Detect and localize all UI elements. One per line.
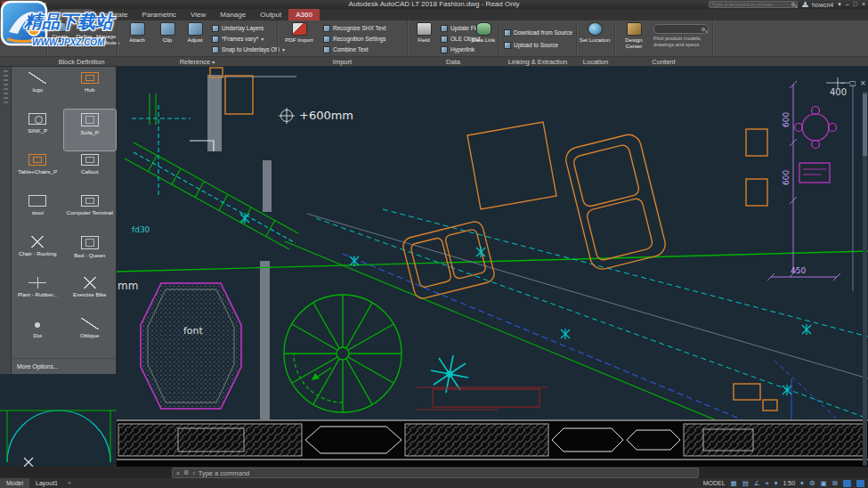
minimize-button[interactable]: ‒	[846, 1, 849, 8]
layout1-tab[interactable]: Layout1	[29, 478, 64, 488]
seek-hint-text: Find product models, drawings and specs	[653, 36, 712, 47]
tool-palette: logo Hub SINK_P Sofa_P Table+Chairs_P	[0, 67, 117, 374]
define-attributes-button[interactable]: Define Attributes	[73, 21, 95, 55]
underlay-layers-icon	[212, 25, 219, 32]
recognize-shx-button[interactable]: Recognize SHX Text	[323, 23, 386, 33]
annotation-scale[interactable]: 1:50	[783, 480, 795, 486]
attach-button[interactable]: Attach	[121, 21, 153, 55]
palette-item-sink[interactable]: SINK_P	[12, 110, 64, 150]
maximize-button[interactable]: □	[854, 1, 857, 8]
palette-item-dot[interactable]: Dot	[12, 314, 64, 355]
grid-icon[interactable]: ▦	[731, 478, 737, 488]
palette-item-oblique[interactable]: Oblique	[64, 314, 117, 355]
set-location-icon	[588, 22, 603, 36]
tab-a360[interactable]: A360	[288, 9, 320, 20]
settings-gear-icon[interactable]: ⚙	[809, 478, 815, 488]
tab-insert[interactable]: Insert	[60, 9, 92, 20]
pdf-import-button[interactable]: PDF Import	[281, 21, 317, 55]
osnap-icon[interactable]: ⌖	[765, 478, 768, 488]
seek-search-input[interactable]	[657, 27, 700, 32]
palette-item-table-chairs[interactable]: Table+Chairs_P	[12, 150, 64, 191]
drawing-minimize-icon: ‒	[840, 79, 845, 87]
palette-item-logo[interactable]: logo	[12, 69, 64, 110]
new-layout-button[interactable]: +	[64, 480, 75, 486]
snap-dropdown-icon[interactable]: ▾	[775, 478, 778, 488]
account-dropdown-icon[interactable]: ▾	[838, 1, 841, 8]
command-close-icon[interactable]: ×	[176, 470, 180, 476]
create-block-icon	[54, 22, 66, 32]
underlay-layers-button[interactable]: Underlay Layers	[212, 23, 264, 33]
adjust-button[interactable]: Adjust	[182, 21, 208, 55]
exercise-bike-icon	[81, 277, 99, 289]
user-icon	[802, 2, 807, 7]
status-blue-button-1[interactable]	[843, 480, 851, 487]
tab-view[interactable]: View	[183, 9, 213, 20]
elevation-text: +600mm	[299, 109, 353, 122]
design-center-button[interactable]: Design Center	[618, 21, 650, 55]
close-button[interactable]: ×	[862, 1, 865, 8]
palette-item-callout[interactable]: Callout	[64, 150, 117, 191]
drawing-maximize-icon: □	[849, 79, 856, 87]
recognize-shx-icon	[323, 25, 330, 32]
palette-item-computer-terminal[interactable]: Computer Terminal	[64, 191, 117, 232]
clip-button[interactable]: Clip	[156, 21, 179, 55]
tab-parametric[interactable]: Parametric	[134, 9, 183, 20]
status-blue-button-2[interactable]	[856, 480, 864, 487]
drawing-canvas[interactable]: 600 600 450 400 +600mm fd30 mm font	[0, 67, 868, 467]
set-location-button[interactable]: Set Location	[579, 21, 611, 55]
design-center-icon	[627, 22, 642, 36]
dim-600-a: 600	[782, 112, 791, 127]
isolate-objects-icon[interactable]: ▣	[821, 478, 827, 488]
clip-icon	[160, 22, 175, 36]
command-customize-icon[interactable]: ⚙	[183, 469, 189, 476]
scale-caret-icon[interactable]: ▾	[800, 478, 804, 488]
command-placeholder: Type a command	[199, 469, 250, 477]
canvas-scrollbar[interactable]	[863, 92, 867, 466]
palette-title-bar[interactable]	[0, 67, 12, 374]
snap-underlays-dropdown[interactable]: Snap to Underlays ON ▾	[212, 45, 285, 54]
signin-user[interactable]: howcn4	[812, 2, 833, 8]
command-bar: × ⚙ › Type a command	[0, 467, 868, 478]
command-input[interactable]: × ⚙ › Type a command	[172, 468, 699, 478]
snap-underlays-icon	[212, 46, 219, 53]
combine-text-button[interactable]: Combine Text	[323, 45, 369, 54]
search-icon	[791, 3, 795, 6]
space-indicator[interactable]: MODEL	[703, 480, 726, 486]
palette-more-options[interactable]: More Options...	[12, 358, 116, 374]
palette-item-exercise-bike[interactable]: Exercise Bike	[64, 273, 117, 314]
tab-annotate[interactable]: Annotate	[92, 9, 134, 20]
customization-icon[interactable]: ⊞	[832, 478, 838, 488]
manage-attributes-button[interactable]: Manage Attributes	[96, 21, 116, 55]
palette-item-chair-rocking[interactable]: Chair - Rocking	[12, 232, 64, 273]
help-search-box[interactable]	[709, 1, 798, 8]
download-from-source-button[interactable]: Download from Source	[504, 28, 572, 37]
frames-dropdown[interactable]: *Frames vary* ▾	[212, 34, 264, 44]
hyperlink-icon	[441, 46, 448, 53]
model-tab[interactable]: Model	[0, 478, 29, 488]
update-fields-icon	[441, 25, 448, 32]
data-link-button[interactable]: Data Link	[469, 21, 498, 55]
palette-item-sofa[interactable]: Sofa_P	[64, 110, 117, 150]
title-bar: A ▣ ≡ ↺ ↻ ▾ Autodesk AutoCAD LT 2018 Fas…	[0, 0, 868, 9]
panel-label-location: Location	[577, 57, 614, 68]
palette-item-hub[interactable]: Hub	[64, 69, 117, 110]
help-search-input[interactable]	[711, 2, 790, 7]
panel-label-reference[interactable]: Reference ▾	[118, 57, 277, 68]
create-block-button[interactable]: Create Block	[49, 21, 71, 55]
palette-item-plant-rubber[interactable]: Plant - Rubber...	[12, 273, 64, 314]
tab-home[interactable]: Home	[27, 9, 60, 20]
drawing-window-controls[interactable]: ‒ □ ×	[840, 79, 866, 87]
dim-600-b: 600	[782, 170, 791, 185]
fd30-text: fd30	[132, 225, 150, 234]
field-button[interactable]: Field	[410, 21, 437, 55]
upload-to-source-button[interactable]: Upload to Source	[504, 40, 558, 50]
tab-output[interactable]: Output	[253, 9, 288, 20]
ortho-icon[interactable]: ∠	[754, 478, 760, 488]
tab-manage[interactable]: Manage	[213, 9, 253, 20]
snap-icon[interactable]: ▤	[742, 478, 749, 488]
palette-item-bed-queen[interactable]: Bed - Queen	[64, 232, 117, 273]
palette-item-stool[interactable]: stool	[12, 191, 64, 232]
recognition-settings-button[interactable]: Recognition Settings	[323, 34, 386, 44]
bed-queen-icon	[81, 236, 99, 249]
seek-search-box[interactable]	[653, 24, 709, 34]
